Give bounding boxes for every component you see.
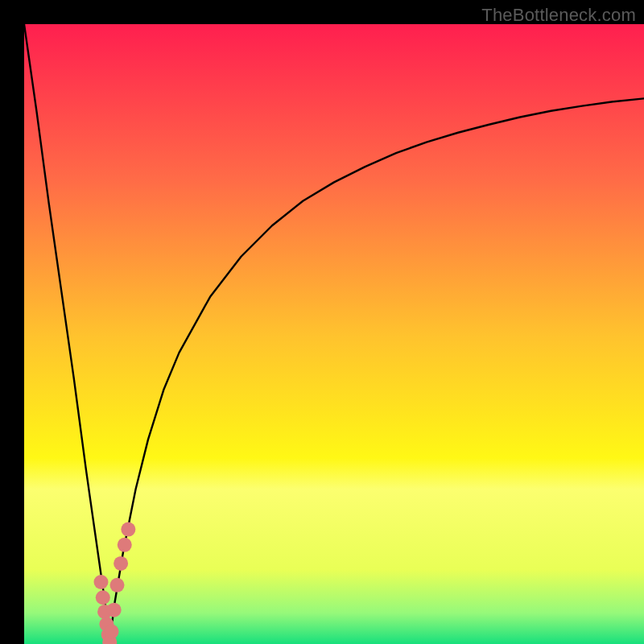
marker-dot [114,556,128,571]
marker-dot [118,538,132,552]
plot-area [24,24,644,644]
marker-dot [93,575,108,589]
marker-dot [105,625,119,639]
chart-svg [24,24,644,644]
gradient-background [24,24,644,644]
marker-dot [110,578,125,592]
chart-frame: TheBottleneck.com [0,0,644,644]
marker-dot [121,522,135,537]
marker-dot [107,603,122,617]
marker-dot [96,590,110,605]
watermark-text: TheBottleneck.com [481,5,636,26]
